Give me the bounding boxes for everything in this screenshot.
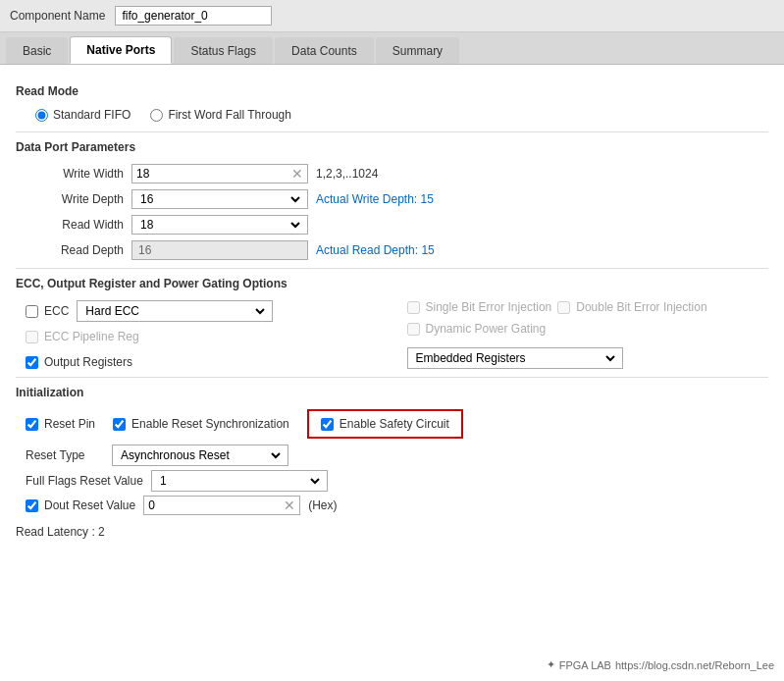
reset-type-label: Reset Type: [26, 448, 104, 462]
data-port-params-title: Data Port Parameters: [16, 140, 768, 154]
ecc-left: ECC Hard ECC Soft ECC ECC Pipeline Reg: [26, 300, 388, 369]
watermark-url: https://blog.csdn.net/Reborn_Lee: [615, 659, 774, 671]
tab-status-flags[interactable]: Status Flags: [174, 37, 273, 64]
watermark: ✦ FPGA LAB https://blog.csdn.net/Reborn_…: [547, 658, 774, 671]
write-width-hint: 1,2,3,..1024: [316, 167, 768, 181]
write-depth-label: Write Depth: [35, 192, 124, 206]
dout-reset-input-wrap[interactable]: ✕: [143, 496, 300, 515]
write-depth-hint: Actual Write Depth: 15: [316, 192, 768, 206]
divider-3: [16, 377, 768, 378]
read-width-select-wrap[interactable]: 18 36: [131, 215, 308, 235]
enable-safety-circuit-label: Enable Safety Circuit: [340, 417, 449, 431]
tab-data-counts[interactable]: Data Counts: [275, 37, 374, 64]
ecc-label: ECC: [44, 304, 69, 318]
dout-checkbox-row[interactable]: Dout Reset Value: [26, 498, 135, 512]
enable-safety-circuit-checkbox[interactable]: [321, 418, 334, 431]
read-depth-hint: Actual Read Depth: 15: [316, 243, 768, 257]
reset-pin-row: Reset Pin Enable Reset Synchronization E…: [26, 409, 768, 439]
reset-pin-checkbox-row[interactable]: Reset Pin: [26, 417, 95, 431]
ecc-pipeline-label: ECC Pipeline Reg: [44, 330, 139, 343]
read-depth-label: Read Depth: [35, 243, 124, 257]
dout-reset-checkbox[interactable]: [26, 499, 38, 512]
watermark-icon: ✦: [547, 658, 555, 671]
output-reg-checkbox-row[interactable]: Output Registers: [26, 355, 132, 369]
write-width-input[interactable]: [136, 167, 287, 181]
reset-type-select-wrap[interactable]: Asynchronous Reset Synchronous Reset: [112, 445, 288, 466]
reset-pin-checkbox[interactable]: [26, 418, 38, 431]
output-reg-row: Output Registers: [26, 355, 388, 369]
tab-basic[interactable]: Basic: [6, 37, 68, 64]
output-reg-select-row: Embedded Registers Fabric Registers Buil…: [407, 347, 769, 369]
double-bit-checkbox: [557, 301, 570, 314]
ecc-checkbox-row[interactable]: ECC: [26, 304, 69, 318]
initialization-title: Initialization: [16, 386, 768, 399]
component-name-input[interactable]: [115, 6, 272, 26]
ecc-grid: ECC Hard ECC Soft ECC ECC Pipeline Reg: [26, 300, 768, 369]
read-mode-radio-group: Standard FIFO First Word Fall Through: [35, 108, 768, 122]
safety-circuit-box: Enable Safety Circuit: [307, 409, 463, 439]
standard-fifo-label: Standard FIFO: [53, 108, 131, 122]
single-bit-row[interactable]: Single Bit Error Injection Double Bit Er…: [407, 300, 769, 314]
ecc-pipeline-row[interactable]: ECC Pipeline Reg: [26, 330, 388, 343]
ecc-select-wrap[interactable]: Hard ECC Soft ECC: [77, 300, 273, 322]
full-flags-row: Full Flags Reset Value 1 0: [26, 470, 768, 492]
ecc-checkbox[interactable]: [26, 305, 38, 318]
tab-summary[interactable]: Summary: [376, 37, 459, 64]
write-depth-select[interactable]: 16 32 64 128: [136, 191, 303, 207]
read-mode-title: Read Mode: [16, 84, 768, 98]
output-reg-select-wrap[interactable]: Embedded Registers Fabric Registers Buil…: [407, 347, 623, 369]
ecc-right: Single Bit Error Injection Double Bit Er…: [407, 300, 769, 369]
single-bit-checkbox: [407, 301, 420, 314]
reset-type-row: Reset Type Asynchronous Reset Synchronou…: [26, 445, 768, 466]
full-flags-label: Full Flags Reset Value: [26, 474, 143, 488]
enable-reset-sync-checkbox-row[interactable]: Enable Reset Synchronization: [113, 417, 289, 431]
content-area: Read Mode Standard FIFO First Word Fall …: [0, 65, 784, 681]
standard-fifo-option[interactable]: Standard FIFO: [35, 108, 131, 122]
standard-fifo-radio[interactable]: [35, 109, 48, 122]
full-flags-select[interactable]: 1 0: [156, 473, 323, 489]
write-width-label: Write Width: [35, 167, 124, 181]
write-width-clear-btn[interactable]: ✕: [291, 167, 303, 181]
full-flags-select-wrap[interactable]: 1 0: [151, 470, 328, 492]
ecc-select[interactable]: Hard ECC Soft ECC: [81, 303, 268, 319]
divider-1: [16, 131, 768, 132]
write-depth-select-wrap[interactable]: 16 32 64 128: [131, 189, 308, 209]
data-port-params-grid: Write Width ✕ 1,2,3,..1024 Write Depth 1…: [35, 164, 768, 260]
dout-reset-label: Dout Reset Value: [44, 498, 135, 512]
dynamic-power-checkbox: [407, 323, 420, 336]
write-width-input-wrap[interactable]: ✕: [131, 164, 308, 183]
watermark-text: FPGA LAB: [559, 659, 611, 671]
first-word-fall-through-label: First Word Fall Through: [168, 108, 291, 122]
read-latency: Read Latency : 2: [16, 525, 768, 539]
enable-reset-sync-label: Enable Reset Synchronization: [131, 417, 289, 431]
dynamic-power-label: Dynamic Power Gating: [426, 322, 547, 336]
first-word-fall-through-option[interactable]: First Word Fall Through: [150, 108, 291, 122]
ecc-title: ECC, Output Register and Power Gating Op…: [16, 277, 768, 290]
dynamic-power-row[interactable]: Dynamic Power Gating: [407, 322, 769, 336]
double-bit-label: Double Bit Error Injection: [576, 300, 706, 314]
read-depth-input: [131, 240, 308, 260]
single-bit-label: Single Bit Error Injection: [426, 300, 552, 314]
reset-type-select[interactable]: Asynchronous Reset Synchronous Reset: [117, 447, 284, 463]
top-bar: Component Name: [0, 0, 784, 32]
dout-reset-clear-btn[interactable]: ✕: [284, 498, 295, 512]
component-name-label: Component Name: [10, 9, 105, 23]
enable-reset-sync-checkbox[interactable]: [113, 418, 126, 431]
dout-reset-row: Dout Reset Value ✕ (Hex): [26, 496, 768, 515]
dout-reset-hex-hint: (Hex): [308, 498, 337, 512]
reset-pin-label: Reset Pin: [44, 417, 95, 431]
read-width-select[interactable]: 18 36: [136, 217, 303, 233]
read-width-label: Read Width: [35, 218, 124, 232]
ecc-row: ECC Hard ECC Soft ECC: [26, 300, 388, 322]
output-reg-select[interactable]: Embedded Registers Fabric Registers Buil…: [412, 350, 618, 366]
first-word-fall-through-radio[interactable]: [150, 109, 163, 122]
dout-reset-input[interactable]: [148, 498, 280, 512]
divider-2: [16, 268, 768, 269]
tabs-bar: Basic Native Ports Status Flags Data Cou…: [0, 32, 784, 65]
tab-native-ports[interactable]: Native Ports: [70, 36, 172, 64]
output-reg-checkbox[interactable]: [26, 356, 38, 369]
output-reg-label: Output Registers: [44, 355, 132, 369]
ecc-pipeline-checkbox: [26, 331, 38, 343]
